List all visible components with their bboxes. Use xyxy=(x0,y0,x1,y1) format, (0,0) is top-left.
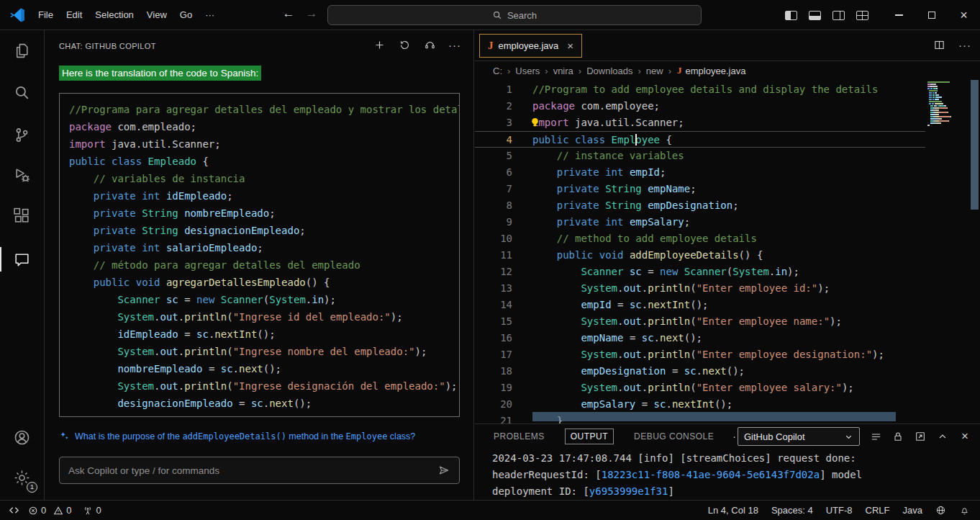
code-line-14[interactable]: 14 empId = sc.nextInt(); xyxy=(475,297,925,313)
scrollbar-thumb[interactable] xyxy=(971,80,979,210)
code-line-11[interactable]: 11 public void addEmployeeDetails() { xyxy=(475,247,925,264)
code-line-12[interactable]: 12 Scanner sc = new Scanner(System.in); xyxy=(475,264,925,280)
menu-go[interactable]: Go xyxy=(173,6,199,23)
extensions-icon[interactable] xyxy=(0,198,44,233)
settings-gear-icon[interactable]: 1 xyxy=(0,460,44,495)
open-log-file-icon[interactable] xyxy=(914,430,927,443)
breadcrumb-item[interactable]: Users xyxy=(514,66,540,76)
indentation[interactable]: Spaces: 4 xyxy=(771,505,813,516)
chat-input[interactable] xyxy=(68,465,432,476)
new-chat-icon[interactable] xyxy=(372,37,386,52)
code-line-3[interactable]: 3import java.util.Scanner; xyxy=(475,115,925,131)
panel-header: PROBLEMSOUTPUTDEBUG CONSOLE ··· GitHub C… xyxy=(475,424,980,449)
menu-view[interactable]: View xyxy=(140,6,173,23)
chat-more-actions-icon[interactable]: ··· xyxy=(448,37,462,52)
menu-file[interactable]: File xyxy=(32,6,60,23)
followup-suggestion-link[interactable]: What is the purpose of the addEmployeeDe… xyxy=(59,431,415,441)
toggle-secondary-sidebar-icon[interactable] xyxy=(832,11,845,20)
breadcrumb-file[interactable]: employee.java xyxy=(686,66,746,76)
minimize-button[interactable] xyxy=(883,0,915,30)
warning-icon xyxy=(53,506,63,516)
chat-voice-icon[interactable] xyxy=(422,37,437,52)
activity-bar: 1 xyxy=(0,30,45,500)
minimap[interactable] xyxy=(927,81,968,127)
code-line-4[interactable]: 4public class Employee { xyxy=(475,131,925,148)
code-line-5[interactable]: 5 // instance variables xyxy=(475,148,925,164)
close-button[interactable]: × xyxy=(948,0,980,30)
suggestion-text: What is the purpose of the addEmployeeDe… xyxy=(75,431,415,441)
code-line-8[interactable]: 8 private String empDesignation; xyxy=(475,197,925,214)
menu-more[interactable]: ··· xyxy=(199,6,221,23)
chat-code-line: private int salarioEmpleado; xyxy=(69,239,450,256)
cursor-position[interactable]: Ln 4, Col 18 xyxy=(708,505,758,516)
split-editor-icon[interactable] xyxy=(933,39,945,51)
source-control-icon[interactable] xyxy=(0,117,44,152)
search-placeholder: Search xyxy=(507,10,537,21)
back-arrow-icon[interactable]: ← xyxy=(279,6,298,21)
code-editor[interactable]: 1//Program to add employee details and d… xyxy=(475,80,925,423)
chat-code-line: // variables de instancia xyxy=(69,170,450,187)
globe-icon[interactable] xyxy=(935,505,946,516)
editor-more-actions-icon[interactable]: ··· xyxy=(958,39,971,51)
menu-edit[interactable]: Edit xyxy=(60,6,89,23)
toggle-panel-icon[interactable] xyxy=(809,11,821,20)
chat-history-icon[interactable] xyxy=(397,37,412,52)
breadcrumb-item[interactable]: Downloads xyxy=(586,66,633,76)
vertical-scrollbar[interactable] xyxy=(969,80,980,423)
error-count: 0 xyxy=(41,505,46,516)
code-line-16[interactable]: 16 empName = sc.next(); xyxy=(475,330,925,346)
explorer-icon[interactable] xyxy=(0,33,44,68)
output-filter-icon[interactable] xyxy=(869,430,882,443)
lock-scroll-icon[interactable] xyxy=(891,430,904,443)
search-box[interactable]: Search xyxy=(327,5,702,25)
accounts-icon[interactable] xyxy=(0,420,44,454)
notifications-bell-icon[interactable] xyxy=(959,505,970,516)
breadcrumb-item[interactable]: vnira xyxy=(553,66,574,76)
code-line-15[interactable]: 15 System.out.println("Enter employee na… xyxy=(475,313,925,330)
maximize-button[interactable] xyxy=(915,0,948,30)
customize-layout-icon[interactable] xyxy=(856,11,868,20)
breadcrumb-item[interactable]: C: xyxy=(492,66,503,76)
forward-arrow-icon[interactable]: → xyxy=(302,6,321,21)
search-view-icon[interactable] xyxy=(0,75,44,109)
code-line-13[interactable]: 13 System.out.println("Enter employee id… xyxy=(475,280,925,297)
lightbulb-icon[interactable] xyxy=(530,117,540,128)
encoding[interactable]: UTF-8 xyxy=(826,505,853,516)
problems-status[interactable]: 0 0 xyxy=(28,505,71,516)
code-line-19[interactable]: 19 System.out.println("Enter employee sa… xyxy=(475,380,925,396)
run-debug-icon[interactable] xyxy=(0,158,44,192)
panel-tab-debug-console[interactable]: DEBUG CONSOLE xyxy=(632,429,715,444)
copilot-chat-icon[interactable] xyxy=(0,242,44,277)
tab-close-icon[interactable]: × xyxy=(567,40,573,52)
code-line-6[interactable]: 6 private int empId; xyxy=(475,164,925,181)
code-line-2[interactable]: 2package com.employee; xyxy=(475,98,925,115)
code-line-20[interactable]: 20 empSalary = sc.nextInt(); xyxy=(475,396,925,413)
language-mode[interactable]: Java xyxy=(903,505,922,516)
ports-status[interactable]: 0 xyxy=(83,505,101,516)
tab-bar: J employee.java × ··· xyxy=(475,30,980,61)
remote-indicator-icon[interactable] xyxy=(9,505,19,516)
code-line-1[interactable]: 1//Program to add employee details and d… xyxy=(475,81,925,98)
settings-badge: 1 xyxy=(27,482,37,493)
code-line-7[interactable]: 7 private String empName; xyxy=(475,181,925,197)
panel-tab-problems[interactable]: PROBLEMS xyxy=(492,429,546,444)
close-panel-icon[interactable]: × xyxy=(958,430,971,443)
code-line-18[interactable]: 18 empDesignation = sc.next(); xyxy=(475,363,925,380)
chat-code-line: //Programa para agregar detalles del emp… xyxy=(69,101,450,118)
breadcrumb-item[interactable]: new xyxy=(645,66,664,76)
output-channel-select[interactable]: GitHub Copilot xyxy=(738,427,860,446)
chat-code-line: private String nombreEmpleado; xyxy=(69,205,450,222)
tab-employee-java[interactable]: J employee.java × xyxy=(479,34,582,58)
code-line-17[interactable]: 17 System.out.println("Enter employee de… xyxy=(475,346,925,363)
maximize-panel-chevron-icon[interactable] xyxy=(936,430,949,443)
code-line-9[interactable]: 9 private int empSalary; xyxy=(475,214,925,230)
horizontal-scrollbar[interactable] xyxy=(532,412,896,421)
menu-selection[interactable]: Selection xyxy=(89,6,140,23)
chevron-right-icon: › xyxy=(668,66,671,76)
toggle-primary-sidebar-icon[interactable] xyxy=(785,11,797,20)
code-line-10[interactable]: 10 // method to add employee details xyxy=(475,230,925,247)
ports-count: 0 xyxy=(96,505,101,516)
send-icon[interactable] xyxy=(437,464,450,477)
panel-tab-output[interactable]: OUTPUT xyxy=(565,429,614,444)
eol[interactable]: CRLF xyxy=(866,505,890,516)
